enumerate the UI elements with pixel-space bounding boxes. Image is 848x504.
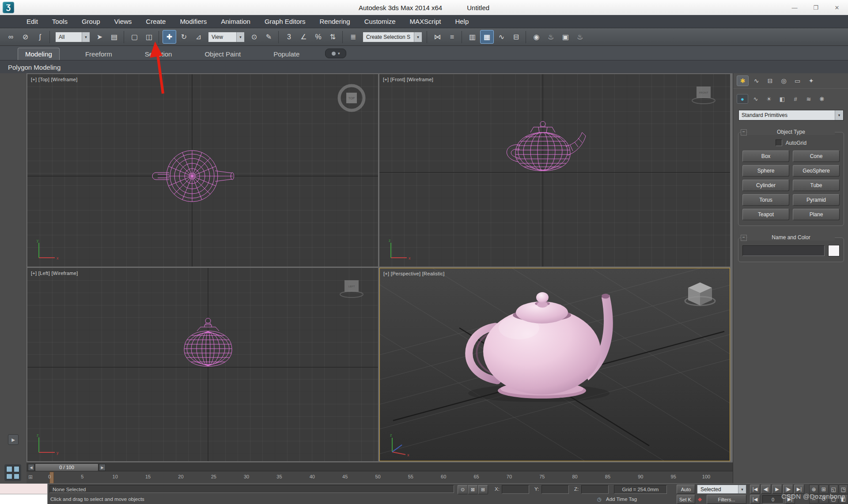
viewport-front-label[interactable]: [+] [Front] [Wireframe]: [383, 77, 433, 82]
selection-lock-icon[interactable]: ⊠: [468, 485, 478, 494]
key-selection-dropdown[interactable]: Selected ▾: [697, 485, 746, 494]
close-button[interactable]: ✕: [828, 2, 846, 13]
unlink-selection-button[interactable]: ⊘: [19, 30, 32, 44]
category-systems[interactable]: ❋: [816, 94, 828, 104]
chevron-down-icon[interactable]: ▾: [82, 32, 90, 42]
render-setup-button[interactable]: ♨: [544, 30, 558, 44]
viewport-left-label[interactable]: [+] [Left] [Wireframe]: [31, 271, 78, 276]
button-tube[interactable]: Tube: [793, 180, 840, 191]
ribbon-toggle-button[interactable]: ▦: [480, 30, 494, 44]
edit-named-sets-button[interactable]: ≣: [346, 30, 360, 44]
tab-create[interactable]: ✱: [737, 75, 749, 86]
z-coordinate-field[interactable]: [581, 485, 609, 494]
align-button[interactable]: ≡: [445, 30, 459, 44]
name-and-color-title[interactable]: Name and Color: [747, 234, 835, 241]
viewport-layout-tabs-icon[interactable]: [4, 464, 21, 481]
mini-curve-editor-button[interactable]: ⊞: [28, 474, 33, 480]
object-color-swatch[interactable]: [828, 245, 840, 256]
viewcube-top[interactable]: TOP: [335, 81, 368, 115]
button-pyramid[interactable]: Pyramid: [793, 194, 840, 206]
menu-item-animation[interactable]: Animation: [214, 15, 257, 28]
add-time-tag[interactable]: Add Time Tag: [606, 496, 637, 502]
reference-coordinate-dropdown[interactable]: View▾: [208, 32, 245, 42]
tab-hierarchy[interactable]: ⊟: [764, 75, 776, 86]
teapot-shaded[interactable]: [468, 292, 613, 402]
material-editor-button[interactable]: ◉: [530, 30, 543, 44]
ribbon-tab-populate[interactable]: Populate: [266, 48, 307, 60]
x-coordinate-field[interactable]: [502, 485, 529, 494]
viewport-top[interactable]: [+] [Top] [Wireframe]: [27, 74, 378, 267]
ribbon-tab-selection[interactable]: Selection: [138, 48, 179, 60]
scripting-pane[interactable]: [0, 494, 47, 504]
ribbon-tab-modeling[interactable]: Modeling: [18, 48, 60, 60]
object-name-input[interactable]: [742, 245, 825, 256]
spinner-snap-button[interactable]: ⇅: [326, 30, 340, 44]
viewport-perspective[interactable]: [+] [Perspective] [Realistic]: [379, 268, 730, 461]
menu-item-create[interactable]: Create: [139, 15, 173, 28]
tab-utilities[interactable]: ✦: [805, 75, 817, 86]
category-lights[interactable]: ☀: [763, 94, 775, 104]
select-and-move-button[interactable]: ✚: [163, 30, 176, 44]
ribbon-tab-freeform[interactable]: Freeform: [78, 48, 119, 60]
time-slider-prev-button[interactable]: ◀: [28, 464, 34, 471]
angle-snap-button[interactable]: ∠: [297, 30, 310, 44]
chevron-down-icon[interactable]: ▾: [835, 110, 843, 120]
menu-item-edit[interactable]: Edit: [19, 15, 45, 28]
mirror-button[interactable]: ⋈: [431, 30, 444, 44]
button-geosphere[interactable]: GeoSphere: [793, 165, 840, 177]
tab-modify[interactable]: ∿: [750, 75, 762, 86]
button-plane[interactable]: Plane: [793, 209, 840, 220]
menu-item-views[interactable]: Views: [107, 15, 139, 28]
viewcube-left[interactable]: LEFT: [335, 275, 368, 302]
viewport-top-canvas[interactable]: [27, 74, 378, 267]
button-cylinder[interactable]: Cylinder: [742, 180, 789, 191]
primitive-category-dropdown[interactable]: Standard Primitives ▾: [738, 110, 844, 120]
render-production-button[interactable]: ♨: [573, 30, 587, 44]
button-torus[interactable]: Torus: [742, 194, 789, 206]
select-and-manipulate-button[interactable]: ✎: [262, 30, 276, 44]
viewport-perspective-canvas[interactable]: [380, 268, 730, 461]
autogrid-checkbox[interactable]: [776, 139, 782, 146]
time-slider-handle[interactable]: 0 / 100: [35, 463, 98, 471]
menu-item-maxscript[interactable]: MAXScript: [403, 15, 448, 28]
absolute-mode-icon[interactable]: ⊞: [478, 485, 488, 494]
category-space-warps[interactable]: ≋: [803, 94, 814, 104]
previous-key-button[interactable]: |◀: [750, 495, 760, 504]
macro-recorder-pane[interactable]: [0, 484, 47, 494]
button-box[interactable]: Box: [742, 150, 789, 162]
play-button[interactable]: ▶: [772, 485, 782, 494]
menu-item-rendering[interactable]: Rendering: [312, 15, 357, 28]
teapot-front-wireframe[interactable]: [507, 121, 586, 171]
polygon-modeling-label[interactable]: Polygon Modeling: [0, 64, 61, 71]
category-helpers[interactable]: #: [790, 94, 801, 104]
ribbon-tab-object-paint[interactable]: Object Paint: [197, 48, 248, 60]
viewport-left-canvas[interactable]: [27, 268, 378, 461]
rectangular-selection-button[interactable]: ▢: [128, 30, 141, 44]
viewport-front-canvas[interactable]: [379, 74, 730, 267]
select-and-rotate-button[interactable]: ↻: [177, 30, 191, 44]
y-coordinate-field[interactable]: [541, 485, 569, 494]
window-crossing-button[interactable]: ◫: [142, 30, 156, 44]
viewcube-perspective[interactable]: [680, 275, 720, 311]
select-object-button[interactable]: ➤: [93, 30, 106, 44]
viewport-top-label[interactable]: [+] [Top] [Wireframe]: [31, 77, 78, 82]
key-filter-icon[interactable]: ◆: [698, 496, 702, 502]
set-key-button[interactable]: Set K.: [677, 495, 695, 504]
category-cameras[interactable]: ◧: [776, 94, 788, 104]
chevron-down-icon[interactable]: ▾: [236, 32, 244, 42]
auto-key-button[interactable]: Auto: [677, 485, 695, 494]
key-filters-button[interactable]: Filters...: [707, 495, 746, 504]
chevron-down-icon[interactable]: ▾: [738, 485, 746, 493]
select-and-link-button[interactable]: ∞: [4, 30, 18, 44]
snaps-toggle-button[interactable]: 3: [282, 30, 296, 44]
bind-to-space-warp-button[interactable]: ʃ: [33, 30, 47, 44]
select-by-name-button[interactable]: ▤: [107, 30, 121, 44]
go-to-start-button[interactable]: |◀: [750, 485, 760, 494]
current-frame-field[interactable]: 0: [762, 495, 784, 504]
menu-item-customize[interactable]: Customize: [357, 15, 403, 28]
previous-frame-button[interactable]: ◀|: [761, 485, 771, 494]
rendered-frame-button[interactable]: ▣: [559, 30, 572, 44]
selection-filter-dropdown[interactable]: All▾: [55, 32, 90, 42]
button-cone[interactable]: Cone: [793, 150, 840, 162]
viewport-perspective-label[interactable]: [+] [Perspective] [Realistic]: [383, 271, 445, 276]
